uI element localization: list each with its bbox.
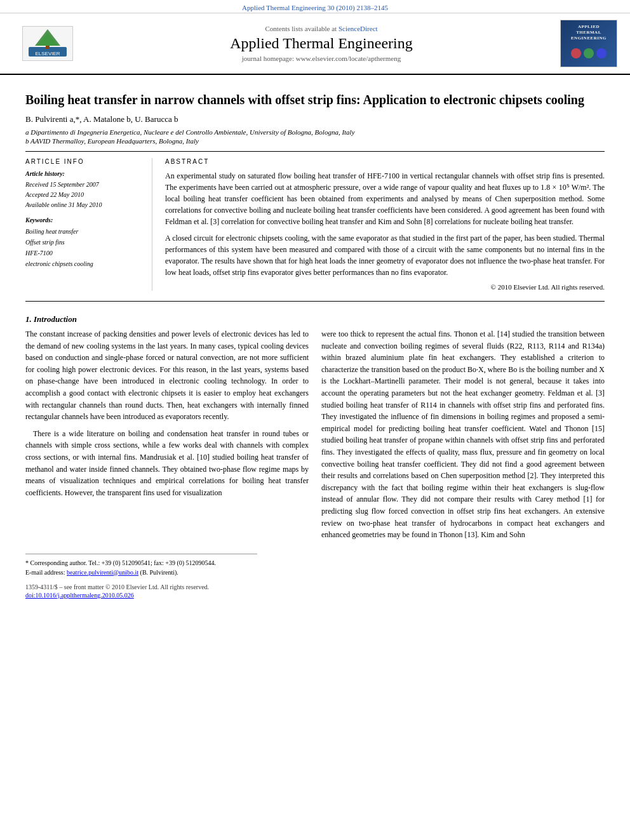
author-names: B. Pulvirenti a,*, A. Matalone b, U. Bar… xyxy=(25,114,178,124)
doi-line: doi:10.1016/j.applthermaleng.2010.05.026 xyxy=(25,592,605,599)
journal-header: ELSEVIER Contents lists available at Sci… xyxy=(0,13,630,75)
abstract-para-2: A closed circuit for electronic chipsets… xyxy=(165,232,605,278)
journal-reference: Applied Thermal Engineering 30 (2010) 21… xyxy=(242,4,388,11)
accepted-date: Accepted 22 May 2010 xyxy=(25,190,142,200)
issn-line: 1359-4311/$ – see front matter © 2010 El… xyxy=(25,583,605,590)
bottom-info: 1359-4311/$ – see front matter © 2010 El… xyxy=(25,583,605,599)
sciencedirect-link[interactable]: ScienceDirect xyxy=(338,25,378,32)
footnotes: * Corresponding author. Tel.: +39 (0) 51… xyxy=(25,558,605,577)
introduction-section: 1. Introduction The constant increase of… xyxy=(25,314,605,546)
abstract-text: An experimental study on saturated flow … xyxy=(165,170,605,278)
svg-point-6 xyxy=(584,48,594,58)
online-date: Available online 31 May 2010 xyxy=(25,200,142,210)
paper-title: Boiling heat transfer in narrow channels… xyxy=(25,91,605,108)
article-info-label: ARTICLE INFO xyxy=(25,158,142,165)
right-logo-line1: APPLIEDTHERMALENGINEERING xyxy=(571,24,607,41)
journal-center-info: Contents lists available at ScienceDirec… xyxy=(83,25,560,62)
keywords-title: Keywords: xyxy=(25,217,142,223)
footnote-divider xyxy=(25,554,257,554)
article-abstract-section: ARTICLE INFO Article history: Received 1… xyxy=(25,158,605,291)
svg-text:ELSEVIER: ELSEVIER xyxy=(35,51,60,57)
email-label: E-mail address: xyxy=(25,569,65,576)
intro-para-2: There is a wide literature on boiling an… xyxy=(25,428,309,499)
affiliation-b: b AAVID Thermalloy, European Headquarter… xyxy=(25,137,605,145)
divider-2 xyxy=(25,301,605,302)
email-link[interactable]: beatrice.pulvirenti@unibo.it xyxy=(67,569,138,576)
svg-point-7 xyxy=(596,48,607,58)
article-history-block: Article history: Received 15 September 2… xyxy=(25,170,142,210)
divider-1 xyxy=(25,151,605,152)
intro-para-1: The constant increase of packing densiti… xyxy=(25,328,309,423)
doi-link[interactable]: doi:10.1016/j.applthermaleng.2010.05.026 xyxy=(25,592,134,599)
journal-title: Applied Thermal Engineering xyxy=(83,35,560,52)
received-date: Received 15 September 2007 xyxy=(25,180,142,190)
section-heading: 1. Introduction xyxy=(25,314,605,324)
section-number: 1. xyxy=(25,314,32,324)
copyright-notice: © 2010 Elsevier Ltd. All rights reserved… xyxy=(165,283,605,291)
keyword-1: Boiling heat transfer xyxy=(25,226,142,237)
top-bar: Applied Thermal Engineering 30 (2010) 21… xyxy=(0,0,630,13)
keyword-2: Offset strip fins xyxy=(25,237,142,248)
intro-body: The constant increase of packing densiti… xyxy=(25,328,605,546)
intro-left-col: The constant increase of packing densiti… xyxy=(25,328,309,546)
abstract-label: ABSTRACT xyxy=(165,158,605,165)
elsevier-logo-image: ELSEVIER xyxy=(22,26,73,61)
right-logo: APPLIEDTHERMALENGINEERING xyxy=(560,20,617,67)
keyword-4: electronic chipsets cooling xyxy=(25,258,142,269)
abstract-para-1: An experimental study on saturated flow … xyxy=(165,170,605,227)
email-line: E-mail address: beatrice.pulvirenti@unib… xyxy=(25,568,605,577)
keyword-3: HFE-7100 xyxy=(25,248,142,258)
history-title: Article history: xyxy=(25,170,142,177)
section-title: Introduction xyxy=(34,314,77,324)
homepage-line: journal homepage: www.elsevier.com/locat… xyxy=(83,55,560,62)
elsevier-logo-block: ELSEVIER xyxy=(13,26,83,61)
corresponding-author-note: * Corresponding author. Tel.: +39 (0) 51… xyxy=(25,558,605,568)
intro-para-3: were too thick to represent the actual f… xyxy=(321,328,605,541)
svg-point-5 xyxy=(571,48,581,58)
article-info-column: ARTICLE INFO Article history: Received 1… xyxy=(25,158,152,291)
intro-right-col: were too thick to represent the actual f… xyxy=(321,328,605,546)
authors-line: B. Pulvirenti a,*, A. Matalone b, U. Bar… xyxy=(25,114,605,124)
svg-rect-4 xyxy=(46,46,50,49)
abstract-column: ABSTRACT An experimental study on satura… xyxy=(165,158,605,291)
affiliation-a: a Dipartimento di Ingegneria Energetica,… xyxy=(25,128,605,136)
keywords-block: Keywords: Boiling heat transfer Offset s… xyxy=(25,217,142,269)
sciencedirect-line: Contents lists available at ScienceDirec… xyxy=(83,25,560,32)
email-note: (B. Pulvirenti). xyxy=(140,569,178,576)
